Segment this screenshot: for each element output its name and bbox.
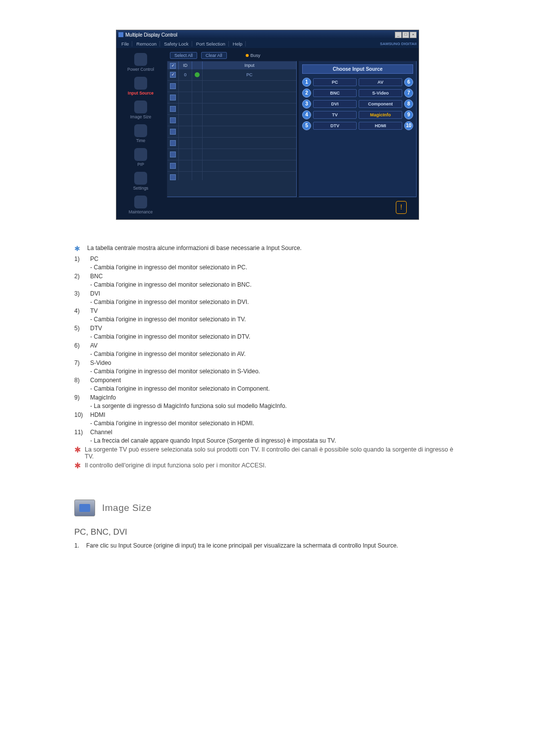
badge-3: 3 bbox=[302, 100, 311, 108]
menu-remocon[interactable]: Remocon bbox=[133, 41, 160, 47]
row-input bbox=[203, 92, 296, 103]
row-checkbox[interactable] bbox=[170, 83, 176, 89]
badge-4: 4 bbox=[302, 110, 311, 119]
table-row[interactable] bbox=[167, 149, 296, 160]
item-label: BNC bbox=[90, 273, 103, 280]
sidebar-item-time[interactable]: Time bbox=[118, 122, 163, 145]
star-icon: ✱ bbox=[74, 446, 81, 460]
menu-bar: File Remocon Safety Lock Port Selection … bbox=[116, 39, 419, 48]
table-row[interactable] bbox=[167, 92, 296, 103]
row-checkbox[interactable] bbox=[170, 163, 176, 169]
input-source-panel: Choose Input Source 1 PC AV 6 2 BNC S-Vi… bbox=[299, 61, 417, 197]
clear-all-button[interactable]: Clear All bbox=[201, 52, 227, 59]
source-pc-button[interactable]: PC bbox=[313, 78, 357, 86]
table-row[interactable] bbox=[167, 81, 296, 92]
section-heading: Image Size bbox=[102, 503, 152, 513]
list-item: 8)Component- Cambia l'origine in ingress… bbox=[74, 377, 461, 392]
row-input bbox=[203, 138, 296, 149]
list-item: 6)AV- Cambia l'origine in ingresso del m… bbox=[74, 342, 461, 357]
list-item: 7)S-Video- Cambia l'origine in ingresso … bbox=[74, 359, 461, 375]
badge-8: 8 bbox=[404, 100, 413, 108]
th-input: Input bbox=[203, 61, 296, 69]
item-label: Channel bbox=[90, 429, 112, 436]
busy-label: Busy bbox=[251, 53, 261, 58]
source-tv-button[interactable]: TV bbox=[313, 111, 357, 119]
list-item: 2)BNC- Cambia l'origine in ingresso del … bbox=[74, 273, 461, 288]
star-icon: ✱ bbox=[74, 462, 81, 470]
row-input bbox=[203, 172, 296, 180]
image-size-icon bbox=[134, 101, 147, 113]
row-checkbox[interactable] bbox=[170, 72, 176, 78]
th-checkbox[interactable] bbox=[167, 61, 179, 69]
close-button[interactable]: × bbox=[410, 32, 417, 38]
table-row[interactable] bbox=[167, 115, 296, 126]
minimize-button[interactable]: _ bbox=[395, 32, 402, 38]
table-row[interactable] bbox=[167, 126, 296, 138]
sidebar-label: Image Size bbox=[119, 114, 162, 119]
item-number: 1) bbox=[74, 255, 85, 262]
table-body[interactable]: 0PC bbox=[167, 69, 296, 180]
warning-icon: ! bbox=[396, 201, 407, 214]
sidebar-item-pip[interactable]: PIP bbox=[118, 146, 163, 169]
item-description: - Cambia l'origine in ingresso del monit… bbox=[90, 333, 461, 340]
sidebar: Power Control Input Source Image Size Ti… bbox=[116, 48, 165, 219]
row-id bbox=[179, 160, 192, 171]
menu-port-selection[interactable]: Port Selection bbox=[193, 41, 229, 47]
select-all-button[interactable]: Select All bbox=[170, 52, 197, 59]
source-svideo-button[interactable]: S-Video bbox=[359, 89, 402, 97]
intro-note: La tabella centrale mostra alcune inform… bbox=[87, 245, 302, 252]
row-checkbox[interactable] bbox=[170, 129, 176, 135]
source-magicinfo-button[interactable]: MagicInfo bbox=[359, 111, 402, 119]
row-checkbox[interactable] bbox=[170, 140, 176, 146]
item-label: S-Video bbox=[90, 359, 111, 366]
table-row[interactable] bbox=[167, 172, 296, 180]
item-label: MagicInfo bbox=[90, 394, 116, 401]
maximize-button[interactable]: □ bbox=[402, 32, 409, 38]
source-bnc-button[interactable]: BNC bbox=[313, 89, 357, 97]
badge-2: 2 bbox=[302, 89, 311, 98]
row-checkbox[interactable] bbox=[170, 117, 176, 123]
row-id bbox=[179, 126, 192, 137]
row-checkbox[interactable] bbox=[170, 106, 176, 112]
row-input bbox=[203, 160, 296, 171]
row-checkbox[interactable] bbox=[170, 95, 176, 101]
menu-help[interactable]: Help bbox=[230, 41, 246, 47]
sidebar-item-maintenance[interactable]: Maintenance bbox=[118, 194, 163, 216]
item-number: 8) bbox=[74, 377, 85, 384]
status-bar: ! bbox=[167, 197, 417, 217]
row-checkbox[interactable] bbox=[170, 151, 176, 157]
sidebar-item-power-control[interactable]: Power Control bbox=[118, 51, 163, 74]
sidebar-item-settings[interactable]: Settings bbox=[118, 170, 163, 193]
th-status bbox=[192, 61, 203, 69]
row-checkbox[interactable] bbox=[170, 174, 176, 180]
footnote-1: La sorgente TV può essere selezionata so… bbox=[85, 446, 461, 460]
menu-file[interactable]: File bbox=[118, 41, 132, 47]
brand-logo: SAMSUNG DIGITAll bbox=[380, 42, 417, 46]
source-dvi-button[interactable]: DVI bbox=[313, 100, 357, 108]
source-hdmi-button[interactable]: HDMI bbox=[359, 122, 402, 130]
power-icon bbox=[134, 53, 147, 66]
badge-9: 9 bbox=[404, 110, 413, 119]
row-id: 0 bbox=[179, 69, 192, 80]
table-row[interactable] bbox=[167, 160, 296, 172]
table-row[interactable] bbox=[167, 103, 296, 115]
sidebar-label: Power Control bbox=[119, 67, 162, 72]
sidebar-item-input-source[interactable]: Input Source bbox=[118, 75, 163, 98]
pip-icon bbox=[134, 148, 147, 161]
list-item: 9)MagicInfo- La sorgente di ingresso di … bbox=[74, 394, 461, 409]
table-row[interactable] bbox=[167, 138, 296, 149]
item-description: - Cambia l'origine in ingresso del monit… bbox=[90, 264, 461, 271]
app-icon bbox=[118, 32, 123, 37]
menu-safety-lock[interactable]: Safety Lock bbox=[161, 41, 192, 47]
table-row[interactable]: 0PC bbox=[167, 69, 296, 81]
item-description: - Cambia l'origine in ingresso del monit… bbox=[90, 281, 461, 288]
sidebar-item-image-size[interactable]: Image Size bbox=[118, 99, 163, 121]
row-id bbox=[179, 138, 192, 149]
window-title: Multiple Display Control bbox=[125, 32, 177, 38]
source-dtv-button[interactable]: DTV bbox=[313, 122, 357, 130]
item-label: PC bbox=[90, 255, 99, 262]
source-component-button[interactable]: Component bbox=[359, 100, 402, 108]
item-description: - Cambia l'origine in ingresso del monit… bbox=[90, 316, 461, 323]
status-dot-icon bbox=[195, 72, 200, 77]
source-av-button[interactable]: AV bbox=[359, 78, 402, 86]
